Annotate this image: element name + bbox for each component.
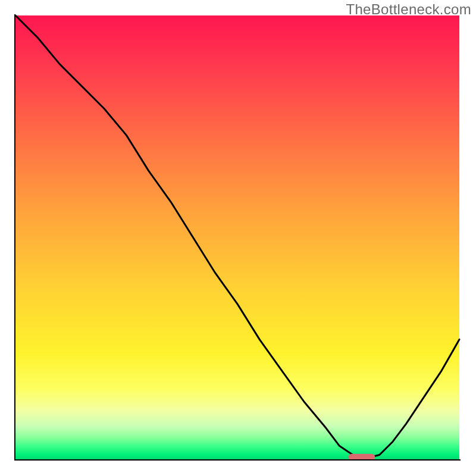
chart-overlay — [0, 0, 476, 476]
x-axis-line — [14, 459, 461, 461]
watermark-text: TheBottleneck.com — [346, 1, 471, 18]
chart-stage: TheBottleneck.com — [0, 0, 476, 476]
bottleneck-curve-line — [15, 15, 459, 457]
y-axis-line — [14, 14, 15, 461]
